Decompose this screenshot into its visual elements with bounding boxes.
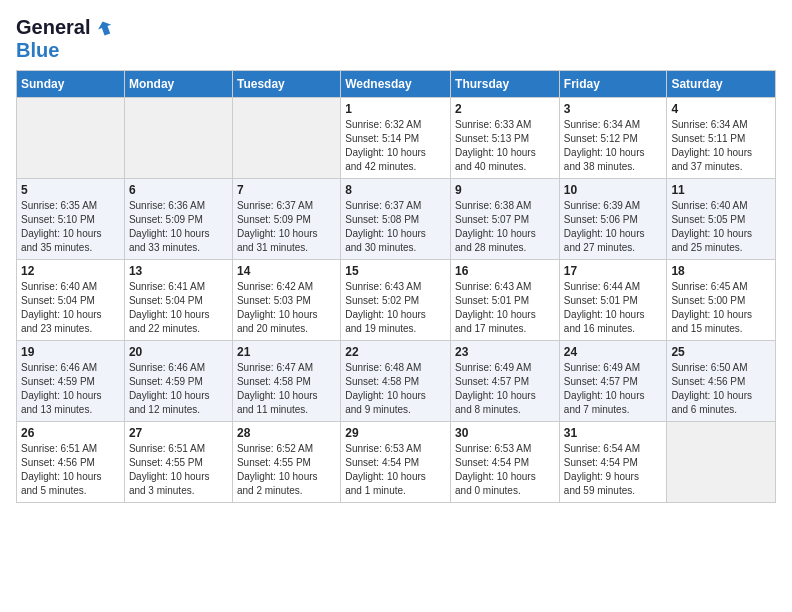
page-header: General Blue [16,16,776,62]
day-info: Sunrise: 6:49 AMSunset: 4:57 PMDaylight:… [564,361,663,417]
day-info: Sunrise: 6:37 AMSunset: 5:08 PMDaylight:… [345,199,446,255]
calendar-cell: 21Sunrise: 6:47 AMSunset: 4:58 PMDayligh… [232,341,340,422]
day-number: 16 [455,264,555,278]
calendar-cell: 4Sunrise: 6:34 AMSunset: 5:11 PMDaylight… [667,98,776,179]
logo-bird-icon [94,17,116,39]
calendar-cell: 31Sunrise: 6:54 AMSunset: 4:54 PMDayligh… [559,422,667,503]
calendar-cell: 10Sunrise: 6:39 AMSunset: 5:06 PMDayligh… [559,179,667,260]
calendar-cell: 16Sunrise: 6:43 AMSunset: 5:01 PMDayligh… [451,260,560,341]
calendar-cell: 19Sunrise: 6:46 AMSunset: 4:59 PMDayligh… [17,341,125,422]
day-info: Sunrise: 6:48 AMSunset: 4:58 PMDaylight:… [345,361,446,417]
day-number: 20 [129,345,228,359]
calendar-cell: 2Sunrise: 6:33 AMSunset: 5:13 PMDaylight… [451,98,560,179]
calendar-cell: 25Sunrise: 6:50 AMSunset: 4:56 PMDayligh… [667,341,776,422]
calendar-cell: 17Sunrise: 6:44 AMSunset: 5:01 PMDayligh… [559,260,667,341]
day-number: 28 [237,426,336,440]
weekday-header-friday: Friday [559,71,667,98]
day-number: 1 [345,102,446,116]
weekday-header-row: SundayMondayTuesdayWednesdayThursdayFrid… [17,71,776,98]
svg-marker-0 [97,19,115,37]
day-number: 13 [129,264,228,278]
day-info: Sunrise: 6:45 AMSunset: 5:00 PMDaylight:… [671,280,771,336]
day-number: 26 [21,426,120,440]
day-number: 3 [564,102,663,116]
calendar-cell [667,422,776,503]
day-number: 14 [237,264,336,278]
calendar-cell: 14Sunrise: 6:42 AMSunset: 5:03 PMDayligh… [232,260,340,341]
day-number: 12 [21,264,120,278]
day-number: 23 [455,345,555,359]
calendar-cell: 11Sunrise: 6:40 AMSunset: 5:05 PMDayligh… [667,179,776,260]
day-number: 8 [345,183,446,197]
day-number: 2 [455,102,555,116]
calendar-cell: 24Sunrise: 6:49 AMSunset: 4:57 PMDayligh… [559,341,667,422]
day-info: Sunrise: 6:50 AMSunset: 4:56 PMDaylight:… [671,361,771,417]
day-info: Sunrise: 6:52 AMSunset: 4:55 PMDaylight:… [237,442,336,498]
calendar-cell: 13Sunrise: 6:41 AMSunset: 5:04 PMDayligh… [124,260,232,341]
weekday-header-wednesday: Wednesday [341,71,451,98]
calendar-cell: 29Sunrise: 6:53 AMSunset: 4:54 PMDayligh… [341,422,451,503]
day-info: Sunrise: 6:46 AMSunset: 4:59 PMDaylight:… [129,361,228,417]
calendar-cell: 3Sunrise: 6:34 AMSunset: 5:12 PMDaylight… [559,98,667,179]
calendar-cell: 5Sunrise: 6:35 AMSunset: 5:10 PMDaylight… [17,179,125,260]
calendar-cell: 8Sunrise: 6:37 AMSunset: 5:08 PMDaylight… [341,179,451,260]
calendar-week-row: 5Sunrise: 6:35 AMSunset: 5:10 PMDaylight… [17,179,776,260]
day-number: 6 [129,183,228,197]
day-info: Sunrise: 6:32 AMSunset: 5:14 PMDaylight:… [345,118,446,174]
day-number: 5 [21,183,120,197]
weekday-header-saturday: Saturday [667,71,776,98]
weekday-header-monday: Monday [124,71,232,98]
calendar-cell: 1Sunrise: 6:32 AMSunset: 5:14 PMDaylight… [341,98,451,179]
day-info: Sunrise: 6:40 AMSunset: 5:04 PMDaylight:… [21,280,120,336]
day-info: Sunrise: 6:54 AMSunset: 4:54 PMDaylight:… [564,442,663,498]
logo-general-text: General [16,16,90,39]
calendar-cell: 28Sunrise: 6:52 AMSunset: 4:55 PMDayligh… [232,422,340,503]
day-number: 21 [237,345,336,359]
calendar-cell [232,98,340,179]
calendar-week-row: 26Sunrise: 6:51 AMSunset: 4:56 PMDayligh… [17,422,776,503]
day-info: Sunrise: 6:35 AMSunset: 5:10 PMDaylight:… [21,199,120,255]
day-number: 22 [345,345,446,359]
day-info: Sunrise: 6:33 AMSunset: 5:13 PMDaylight:… [455,118,555,174]
calendar-cell: 23Sunrise: 6:49 AMSunset: 4:57 PMDayligh… [451,341,560,422]
day-number: 9 [455,183,555,197]
calendar-cell: 18Sunrise: 6:45 AMSunset: 5:00 PMDayligh… [667,260,776,341]
day-info: Sunrise: 6:38 AMSunset: 5:07 PMDaylight:… [455,199,555,255]
day-number: 19 [21,345,120,359]
calendar-cell: 26Sunrise: 6:51 AMSunset: 4:56 PMDayligh… [17,422,125,503]
day-number: 29 [345,426,446,440]
day-number: 18 [671,264,771,278]
day-number: 24 [564,345,663,359]
day-info: Sunrise: 6:37 AMSunset: 5:09 PMDaylight:… [237,199,336,255]
weekday-header-sunday: Sunday [17,71,125,98]
day-info: Sunrise: 6:42 AMSunset: 5:03 PMDaylight:… [237,280,336,336]
day-number: 11 [671,183,771,197]
day-info: Sunrise: 6:36 AMSunset: 5:09 PMDaylight:… [129,199,228,255]
calendar-cell: 7Sunrise: 6:37 AMSunset: 5:09 PMDaylight… [232,179,340,260]
day-info: Sunrise: 6:41 AMSunset: 5:04 PMDaylight:… [129,280,228,336]
day-info: Sunrise: 6:43 AMSunset: 5:01 PMDaylight:… [455,280,555,336]
day-info: Sunrise: 6:34 AMSunset: 5:12 PMDaylight:… [564,118,663,174]
calendar-cell: 12Sunrise: 6:40 AMSunset: 5:04 PMDayligh… [17,260,125,341]
calendar-cell: 15Sunrise: 6:43 AMSunset: 5:02 PMDayligh… [341,260,451,341]
day-info: Sunrise: 6:47 AMSunset: 4:58 PMDaylight:… [237,361,336,417]
day-info: Sunrise: 6:44 AMSunset: 5:01 PMDaylight:… [564,280,663,336]
day-number: 27 [129,426,228,440]
logo: General Blue [16,16,116,62]
calendar-cell [17,98,125,179]
weekday-header-tuesday: Tuesday [232,71,340,98]
weekday-header-thursday: Thursday [451,71,560,98]
day-number: 7 [237,183,336,197]
calendar-week-row: 1Sunrise: 6:32 AMSunset: 5:14 PMDaylight… [17,98,776,179]
calendar-cell: 27Sunrise: 6:51 AMSunset: 4:55 PMDayligh… [124,422,232,503]
day-info: Sunrise: 6:51 AMSunset: 4:56 PMDaylight:… [21,442,120,498]
calendar-cell: 6Sunrise: 6:36 AMSunset: 5:09 PMDaylight… [124,179,232,260]
day-info: Sunrise: 6:51 AMSunset: 4:55 PMDaylight:… [129,442,228,498]
day-number: 15 [345,264,446,278]
day-info: Sunrise: 6:40 AMSunset: 5:05 PMDaylight:… [671,199,771,255]
calendar-cell [124,98,232,179]
day-number: 10 [564,183,663,197]
calendar-week-row: 19Sunrise: 6:46 AMSunset: 4:59 PMDayligh… [17,341,776,422]
day-number: 4 [671,102,771,116]
day-info: Sunrise: 6:34 AMSunset: 5:11 PMDaylight:… [671,118,771,174]
